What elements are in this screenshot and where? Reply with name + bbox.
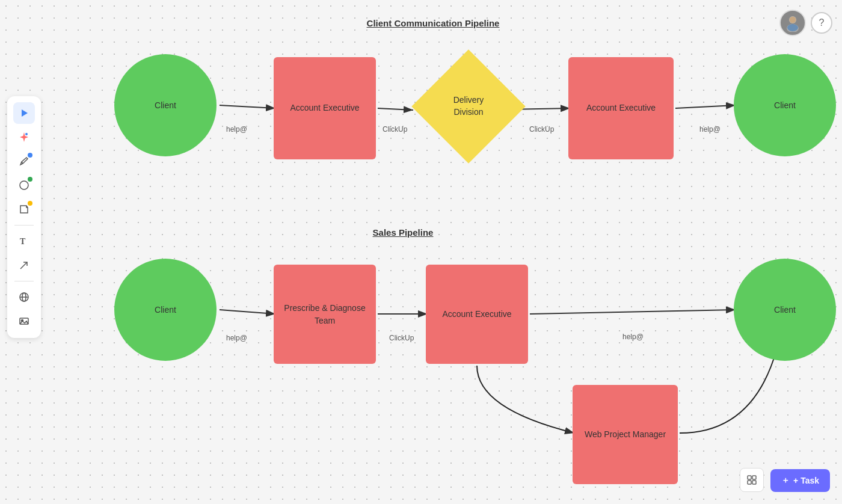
p2-account-executive[interactable]: Account Executive	[426, 265, 528, 364]
toolbar-image[interactable]	[13, 310, 35, 332]
p2-web-project-manager[interactable]: Web Project Manager	[573, 385, 678, 484]
svg-point-5	[25, 133, 28, 135]
svg-rect-24	[748, 476, 751, 479]
toolbar-pen[interactable]	[13, 150, 35, 172]
grid-view-button[interactable]	[740, 468, 764, 492]
p2-label-help1: help@	[226, 334, 247, 342]
top-right-controls: ?	[779, 10, 832, 36]
p1-client2[interactable]: Client	[734, 54, 836, 156]
toolbar: T	[7, 96, 41, 338]
svg-rect-25	[752, 476, 756, 479]
help-button[interactable]: ?	[811, 12, 832, 34]
p2-client2[interactable]: Client	[734, 259, 836, 361]
svg-rect-27	[752, 481, 756, 484]
p1-account-executive-1[interactable]: Account Executive	[274, 57, 376, 159]
svg-line-17	[220, 105, 275, 108]
svg-point-3	[787, 24, 798, 31]
svg-point-2	[790, 17, 796, 23]
p1-label-clickup1: ClickUp	[383, 125, 407, 134]
p2-label-clickup: ClickUp	[389, 334, 414, 342]
toolbar-play[interactable]	[13, 102, 35, 124]
svg-line-18	[378, 108, 413, 110]
svg-point-7	[20, 181, 28, 189]
svg-marker-4	[22, 109, 28, 117]
pipeline2-title: Sales Pipeline	[343, 227, 463, 238]
p1-account-executive-2[interactable]: Account Executive	[568, 57, 674, 159]
pipeline1-title: Client Communication Pipeline	[343, 18, 523, 28]
toolbar-arrow[interactable]	[13, 254, 35, 276]
toolbar-divider	[14, 225, 34, 226]
diagram-canvas: Client Communication Pipeline Client Acc…	[48, 0, 842, 504]
toolbar-divider-2	[14, 281, 34, 281]
toolbar-globe[interactable]	[13, 286, 35, 308]
svg-line-9	[20, 262, 27, 269]
p1-label-clickup2: ClickUp	[529, 125, 554, 134]
svg-line-6	[22, 162, 23, 164]
avatar[interactable]	[779, 10, 806, 36]
p1-label-help1: help@	[226, 125, 247, 134]
p1-client1[interactable]: Client	[114, 54, 217, 156]
p2-label-help2: help@	[622, 333, 644, 341]
svg-text:T: T	[20, 237, 26, 246]
toolbar-sparkle[interactable]	[13, 126, 35, 148]
p1-label-help2: help@	[699, 125, 721, 134]
toolbar-text[interactable]: T	[13, 230, 35, 252]
p2-prescribe-diagnose[interactable]: Prescribe & DiagnoseTeam	[274, 265, 376, 364]
svg-line-21	[220, 310, 275, 314]
svg-line-20	[675, 105, 736, 108]
task-button[interactable]: ＋ + Task	[770, 469, 830, 492]
toolbar-note[interactable]	[13, 198, 35, 220]
svg-line-23	[530, 310, 736, 314]
toolbar-circle[interactable]	[13, 174, 35, 196]
p2-client1[interactable]: Client	[114, 259, 217, 361]
task-plus-icon: ＋	[781, 475, 790, 486]
p1-delivery-division[interactable]: DeliveryDivision	[411, 49, 526, 164]
svg-rect-26	[748, 481, 751, 484]
